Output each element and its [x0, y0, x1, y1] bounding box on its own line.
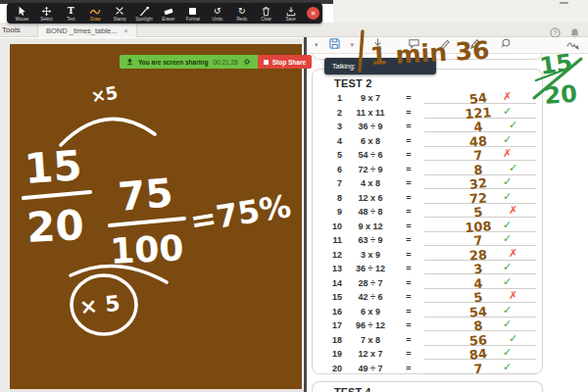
answer-line: 8 ✓	[424, 319, 536, 331]
row-equals: =	[395, 364, 422, 373]
answer-line: 54 ✓	[424, 306, 536, 318]
row-equals: =	[395, 320, 422, 330]
row-mark: ✓	[509, 119, 517, 131]
row-mark: ✓	[503, 261, 512, 273]
row-expression: 11 x 11	[346, 108, 395, 118]
toolbar-clear[interactable]: Clear	[254, 3, 278, 24]
row-mark: ✗	[503, 147, 512, 160]
row-equals: =	[395, 335, 422, 345]
fraction-left-denominator: 20	[25, 201, 85, 252]
toolbar-eraser[interactable]: Eraser	[157, 3, 181, 24]
answer-line: 28 ✗	[424, 249, 536, 261]
row-expression: 9 x 7	[346, 93, 395, 103]
tools-window-label[interactable]: Tools	[2, 25, 21, 34]
toolbar-spotlight[interactable]: Spotlight	[132, 3, 157, 24]
row-expression: 42 ÷ 6	[346, 292, 395, 302]
row-equals: =	[395, 250, 422, 260]
gear-icon[interactable]	[243, 58, 251, 66]
times5-bottom: × 5	[78, 291, 122, 319]
row-mark: ✗	[503, 90, 512, 103]
answer-line: 4 ✓	[424, 277, 536, 289]
answer-line: 121 ✓	[424, 107, 536, 119]
row-expression: 3 x 9	[346, 250, 395, 260]
tab-close-icon[interactable]: ×	[124, 27, 128, 34]
eraser-icon	[163, 6, 174, 17]
row-equals: =	[395, 235, 422, 245]
format-square-icon	[189, 6, 196, 17]
answer-line: 5 ✗	[424, 291, 536, 303]
answer-line: 3 ✓	[424, 263, 536, 274]
row-number: 18	[313, 335, 342, 345]
row-mark: ✗	[509, 204, 517, 217]
row-equals: =	[395, 307, 422, 317]
answer-line: 7 ✗	[424, 149, 536, 161]
window-titlebar-right	[333, 0, 588, 23]
row-equals: =	[395, 221, 422, 231]
toolbar-text[interactable]: T Text	[59, 3, 83, 24]
row-expression: 4 x 8	[346, 178, 395, 188]
row-equals: =	[395, 178, 422, 188]
save-file-icon[interactable]	[328, 36, 341, 54]
answer-line: 56 ✓	[424, 334, 536, 346]
toolbar-save[interactable]: Save	[278, 3, 303, 24]
move-icon	[41, 6, 52, 17]
draw-squiggle-icon	[89, 6, 101, 17]
row-number: 17	[313, 320, 342, 330]
row-number: 6	[313, 165, 342, 174]
row-expression: 9 x 12	[346, 221, 395, 231]
toolbar-redo[interactable]: ↻ Redo	[229, 3, 254, 24]
document-tab[interactable]: BOND _times_table... ×	[37, 23, 137, 37]
score-numerator: 15	[538, 49, 574, 80]
row-number: 1	[313, 93, 342, 103]
toolbar-stamp[interactable]: Stamp	[108, 3, 132, 24]
whiteboard-canvas[interactable]: ×5 15 20 75 100 =75% × 5	[10, 44, 302, 389]
fraction-left-bar	[24, 192, 90, 198]
panel-divider	[304, 37, 307, 392]
row-number: 7	[313, 178, 342, 188]
row-expression: 12 x 6	[346, 193, 395, 203]
row-expression: 28 ÷ 7	[346, 278, 395, 288]
row-number: 11	[313, 235, 342, 245]
test4-card: TEST 4	[312, 381, 543, 392]
tab-label: BOND _times_table...	[46, 26, 118, 35]
row-equals: =	[395, 165, 422, 174]
row-mark: ✓	[503, 361, 512, 373]
stop-share-button[interactable]: Stop Share	[258, 55, 312, 69]
score-denominator: 20	[543, 80, 577, 108]
worksheet-rows: 1 9 x 7 = 54 ✗ 2 11 x 11 = 121 ✓ 3 36 ÷ …	[313, 91, 542, 371]
toolbar-format[interactable]: Format	[180, 3, 205, 24]
toolbar-draw[interactable]: Draw	[83, 3, 108, 24]
close-toolbar-button[interactable]: ✕	[307, 7, 319, 20]
handwritten-time: 1 min 36	[351, 24, 498, 80]
result-percent: =75%	[187, 187, 293, 240]
row-equals: =	[395, 108, 422, 118]
toolbar-select[interactable]: Select	[34, 3, 59, 24]
toolbar-undo[interactable]: ↺ Undo	[205, 3, 229, 24]
row-mark: ✓	[503, 346, 512, 359]
row-expression: 72 ÷ 9	[346, 165, 395, 174]
row-expression: 12 x 7	[346, 349, 395, 359]
toolbar-mouse[interactable]: Mouse	[10, 3, 34, 24]
row-equals: =	[395, 349, 422, 359]
row-number: 2	[313, 108, 342, 118]
row-number: 4	[313, 136, 342, 146]
fraction-left-numerator: 15	[23, 141, 83, 193]
row-equals: =	[395, 193, 422, 203]
row-number: 15	[313, 292, 342, 302]
row-mark: ✓	[503, 175, 512, 188]
chevron-down-icon[interactable]: ▾	[315, 41, 318, 49]
fraction-right-bar	[110, 219, 184, 225]
stamp-tool-icon[interactable]	[499, 36, 512, 54]
stamp-x-icon	[115, 6, 124, 17]
svg-text:?: ?	[554, 29, 558, 36]
row-number: 19	[313, 349, 342, 359]
row-number: 10	[313, 221, 342, 231]
fraction-right-numerator: 75	[117, 170, 174, 220]
row-mark: ✓	[503, 318, 512, 330]
undo-icon: ↺	[214, 6, 221, 17]
row-expression: 96 ÷ 12	[346, 320, 395, 330]
row-number: 8	[313, 193, 342, 203]
row-expression: 49 ÷ 7	[346, 364, 395, 373]
minimize-icon[interactable]	[560, 2, 568, 4]
row-equals: =	[395, 136, 422, 146]
